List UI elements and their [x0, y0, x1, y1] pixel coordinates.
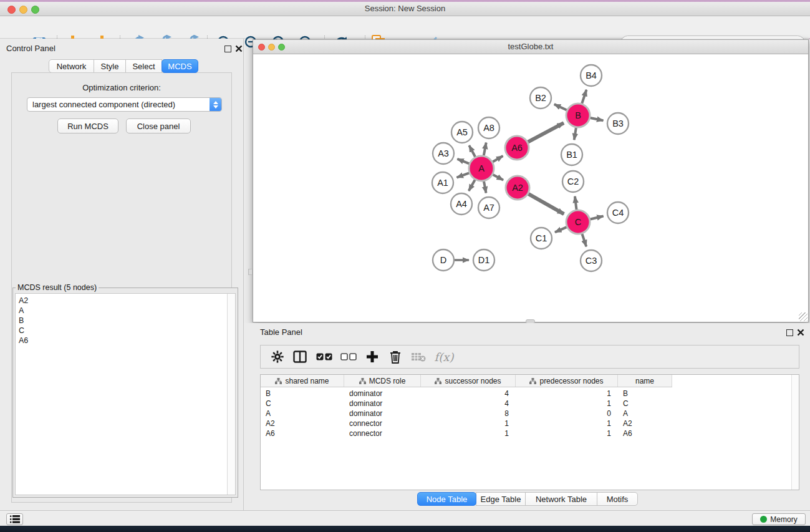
- graph-node-A7[interactable]: A7: [478, 197, 499, 218]
- graph-node-B1[interactable]: B1: [561, 144, 582, 165]
- graph-node-D[interactable]: D: [433, 249, 454, 271]
- graph-edge-C-C2[interactable]: [575, 196, 577, 210]
- window-resize-grip[interactable]: [799, 312, 808, 321]
- minimize-network-window-button[interactable]: [268, 44, 275, 51]
- memory-button[interactable]: Memory: [752, 513, 806, 525]
- graph-edge-C-C3[interactable]: [582, 234, 586, 246]
- graph-node-A1[interactable]: A1: [432, 172, 453, 193]
- table-row[interactable]: Cdominator41C: [261, 399, 672, 409]
- list-icon: [10, 515, 20, 523]
- close-panel-label: Close panel: [137, 122, 180, 131]
- column-header-predecessor_nodes[interactable]: predecessor nodes: [516, 375, 618, 387]
- network-window-titlebar[interactable]: testGlobe.txt: [253, 40, 808, 54]
- close-window-button[interactable]: [7, 6, 16, 14]
- close-panel-icon[interactable]: [235, 45, 243, 52]
- list-item[interactable]: A2: [16, 296, 235, 306]
- graph-edge-A-A1[interactable]: [457, 173, 470, 177]
- graph-edge-B-B2[interactable]: [554, 104, 567, 110]
- tab-node-table[interactable]: Node Table: [417, 492, 476, 506]
- table-row[interactable]: A6connector11A6: [261, 428, 672, 438]
- minimize-window-button[interactable]: [19, 6, 27, 14]
- graph-node-B4[interactable]: B4: [581, 65, 602, 86]
- graph-edge-A-A2[interactable]: [493, 175, 504, 180]
- graph-node-B2[interactable]: B2: [530, 87, 551, 109]
- graph-edge-A-A5[interactable]: [469, 145, 475, 157]
- task-history-button[interactable]: [6, 513, 23, 525]
- graph-node-A5[interactable]: A5: [451, 122, 473, 143]
- table-row[interactable]: Adominator80A: [261, 409, 672, 418]
- graph-node-C4[interactable]: C4: [607, 202, 629, 223]
- graph-edge-B-B3[interactable]: [591, 118, 604, 120]
- graph-node-B3[interactable]: B3: [607, 113, 629, 134]
- graph-edge-A-A7[interactable]: [484, 181, 486, 193]
- graph-node-C[interactable]: C: [566, 210, 590, 234]
- add-column-button[interactable]: [362, 347, 383, 367]
- graph-edge-B-B1[interactable]: [574, 128, 576, 140]
- tab-edge-table[interactable]: Edge Table: [476, 492, 526, 506]
- tab-style[interactable]: Style: [94, 59, 126, 73]
- run-mcds-button[interactable]: Run MCDS: [57, 118, 118, 133]
- criterion-select[interactable]: largest connected component (directed): [27, 97, 222, 112]
- graph-node-C3[interactable]: C3: [581, 250, 602, 271]
- cell-mcds_role: dominator: [344, 389, 421, 399]
- column-header-mcds_role[interactable]: MCDS role: [344, 375, 421, 387]
- table-row[interactable]: A2connector11A2: [261, 418, 672, 428]
- zoom-network-window-button[interactable]: [278, 44, 285, 51]
- table-row[interactable]: Bdominator41B: [261, 389, 672, 399]
- graph-node-B[interactable]: B: [566, 104, 590, 127]
- graph-node-A3[interactable]: A3: [433, 143, 454, 164]
- graph-edge-A-A4[interactable]: [469, 180, 475, 191]
- mcds-result-list: A2 A B C A6: [15, 293, 236, 495]
- table-scrollbar[interactable]: [791, 375, 799, 490]
- graph-node-A[interactable]: A: [469, 156, 494, 181]
- column-label: MCDS role: [369, 377, 406, 385]
- mcds-result-fieldset: MCDS result (5 nodes) A2 A B C A6: [12, 283, 238, 498]
- tab-network[interactable]: Network: [49, 59, 94, 73]
- deselect-all-button[interactable]: [338, 347, 359, 367]
- graph-edge-A6-B[interactable]: [528, 123, 564, 142]
- graph-edge-B-B4[interactable]: [582, 90, 586, 104]
- graph-edge-A2-C[interactable]: [528, 194, 564, 214]
- graph-edge-A-A6[interactable]: [493, 156, 503, 162]
- graph-node-C2[interactable]: C2: [562, 171, 584, 192]
- graph-node-C1[interactable]: C1: [531, 228, 552, 249]
- cell-name: A: [618, 409, 672, 418]
- graph-node-A8[interactable]: A8: [478, 117, 499, 138]
- tab-motifs[interactable]: Motifs: [597, 492, 638, 506]
- control-panel-tabs: Network Style Select MCDS: [49, 59, 198, 73]
- scrollbar[interactable]: [227, 294, 235, 495]
- side-splitter-handle[interactable]: [248, 269, 253, 275]
- graph-edge-A-A8[interactable]: [484, 143, 486, 156]
- graph-node-A2[interactable]: A2: [506, 176, 529, 200]
- table-settings-button[interactable]: [267, 347, 288, 367]
- close-table-panel-icon[interactable]: [797, 329, 804, 336]
- graph-edge-C-C4[interactable]: [590, 216, 603, 219]
- zoom-window-button[interactable]: [31, 6, 39, 14]
- graph-node-A4[interactable]: A4: [451, 193, 472, 215]
- list-item[interactable]: B: [16, 316, 235, 326]
- control-panel-title: Control Panel: [6, 44, 55, 53]
- close-panel-button[interactable]: Close panel: [126, 118, 191, 133]
- select-all-button[interactable]: [314, 347, 335, 367]
- float-panel-icon[interactable]: [224, 46, 231, 52]
- tab-mcds[interactable]: MCDS: [162, 59, 198, 73]
- list-item[interactable]: A6: [16, 336, 235, 346]
- close-network-window-button[interactable]: [258, 44, 265, 51]
- tab-select[interactable]: Select: [125, 59, 162, 73]
- delete-column-button[interactable]: [385, 347, 406, 367]
- show-columns-button[interactable]: [289, 347, 311, 367]
- column-header-name[interactable]: name: [618, 375, 672, 387]
- graph-node-D1[interactable]: D1: [473, 249, 494, 271]
- control-panel: Control Panel Network Style Select MCDS …: [0, 39, 244, 510]
- graph-edge-C-C1[interactable]: [555, 227, 567, 232]
- graph-node-A6[interactable]: A6: [505, 136, 529, 160]
- mcds-result-legend: MCDS result (5 nodes): [16, 283, 99, 292]
- column-header-successor_nodes[interactable]: successor nodes: [421, 375, 516, 387]
- list-item[interactable]: A: [16, 306, 235, 316]
- tab-network-table[interactable]: Network Table: [525, 492, 597, 506]
- network-canvas[interactable]: B4B2BB3A5A8A6A3B1AC2A1A2A4A7C4CC1DD1C3: [253, 54, 808, 322]
- graph-edge-A-A3[interactable]: [457, 159, 469, 164]
- list-item[interactable]: C: [16, 326, 235, 336]
- column-header-shared_name[interactable]: shared name: [261, 375, 344, 387]
- float-table-panel-icon[interactable]: [786, 329, 793, 336]
